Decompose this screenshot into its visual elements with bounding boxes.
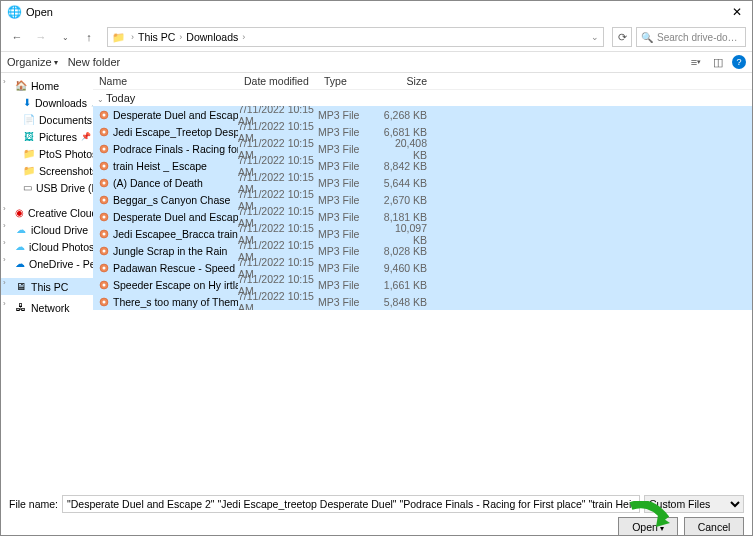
- sidebar-item[interactable]: ⬇Downloads📌: [1, 94, 93, 111]
- organize-button[interactable]: Organize▾: [7, 56, 58, 68]
- chevron-down-icon: ▾: [54, 58, 58, 67]
- svg-point-13: [103, 215, 106, 218]
- chevron-right-icon[interactable]: ›: [3, 299, 6, 308]
- refresh-button[interactable]: ⟳: [612, 27, 632, 47]
- chevron-down-icon: ▾: [660, 524, 664, 533]
- sidebar-item[interactable]: ☁iCloud Photos: [1, 238, 93, 255]
- view-list-button[interactable]: ≡▾: [688, 54, 704, 70]
- network-icon: 🖧: [15, 302, 27, 313]
- chevron-right-icon: ›: [179, 32, 182, 42]
- sidebar-item-network[interactable]: 🖧Network: [1, 299, 93, 316]
- sidebar-item-home[interactable]: 🏠Home: [1, 77, 93, 94]
- help-button[interactable]: ?: [732, 55, 746, 69]
- chevron-down-icon[interactable]: ⌄: [591, 32, 599, 42]
- sidebar-item-thispc[interactable]: 🖥This PC: [1, 278, 93, 295]
- sidebar-item[interactable]: ◉Creative Cloud Files: [1, 204, 93, 221]
- breadcrumb[interactable]: 📁 › This PC › Downloads › ⌄: [107, 27, 604, 47]
- col-size[interactable]: Size: [378, 75, 433, 87]
- filename-input[interactable]: [62, 495, 640, 513]
- table-row[interactable]: Podrace Finals - Racing for First place7…: [93, 140, 752, 157]
- sidebar-item[interactable]: ☁OneDrive - Personal: [1, 255, 93, 272]
- col-date[interactable]: Date modified: [238, 75, 318, 87]
- back-button[interactable]: ←: [7, 27, 27, 47]
- audio-file-icon: [99, 297, 109, 307]
- chevron-right-icon: ›: [131, 32, 134, 42]
- sidebar-item[interactable]: ▭USB Drive (H:)📌: [1, 179, 93, 196]
- sidebar-item-label: USB Drive (H:): [36, 182, 93, 194]
- folder-icon: ▭: [23, 182, 32, 193]
- newfolder-button[interactable]: New folder: [68, 56, 121, 68]
- file-type: MP3 File: [318, 126, 378, 138]
- table-row[interactable]: There_s too many of Them! (BF Horde)7/11…: [93, 293, 752, 310]
- preview-pane-button[interactable]: ◫: [710, 54, 726, 70]
- open-button[interactable]: Open▾: [618, 517, 678, 536]
- app-icon: 🌐: [7, 5, 22, 19]
- file-name: Speeder Escape on Hy irtlan: [113, 279, 238, 291]
- search-placeholder: Search drive-download-2022...: [657, 32, 741, 43]
- audio-file-icon: [99, 144, 109, 154]
- file-size: 8,028 KB: [378, 245, 433, 257]
- file-type: MP3 File: [318, 228, 378, 240]
- svg-point-21: [103, 283, 106, 286]
- chevron-right-icon[interactable]: ›: [3, 204, 6, 213]
- recent-dropdown[interactable]: ⌄: [55, 27, 75, 47]
- file-type: MP3 File: [318, 296, 378, 308]
- cloud-icon: ☁: [15, 224, 27, 235]
- cancel-button[interactable]: Cancel: [684, 517, 744, 536]
- folder-icon: 📄: [23, 114, 35, 125]
- chevron-right-icon[interactable]: ›: [3, 221, 6, 230]
- svg-point-17: [103, 249, 106, 252]
- forward-button[interactable]: →: [31, 27, 51, 47]
- column-headers[interactable]: Name Date modified Type Size: [93, 73, 752, 90]
- folder-icon: 📁: [23, 165, 35, 176]
- chevron-right-icon[interactable]: ›: [3, 77, 6, 86]
- audio-file-icon: [99, 246, 109, 256]
- col-name[interactable]: Name: [93, 75, 238, 87]
- breadcrumb-folder[interactable]: Downloads: [186, 31, 238, 43]
- audio-file-icon: [99, 212, 109, 222]
- sidebar-item-label: Downloads: [35, 97, 87, 109]
- file-size: 9,460 KB: [378, 262, 433, 274]
- table-row[interactable]: Jedi Escapee_Bracca train chase7/11/2022…: [93, 225, 752, 242]
- file-date: 7/11/2022 10:15 AM: [238, 290, 318, 311]
- chevron-right-icon[interactable]: ›: [3, 278, 6, 287]
- svg-point-11: [103, 198, 106, 201]
- sidebar-item[interactable]: 📄Documents📌: [1, 111, 93, 128]
- file-size: 6,268 KB: [378, 109, 433, 121]
- file-name: Jungle Scrap in the Rain: [113, 245, 227, 257]
- search-input[interactable]: 🔍 Search drive-download-2022...: [636, 27, 746, 47]
- table-row[interactable]: Beggar_s Canyon Chase7/11/2022 10:15 AMM…: [93, 191, 752, 208]
- table-row[interactable]: train Heist _ Escape7/11/2022 10:15 AMMP…: [93, 157, 752, 174]
- table-row[interactable]: Speeder Escape on Hy irtlan7/11/2022 10:…: [93, 276, 752, 293]
- sidebar-item[interactable]: 📁Screenshots📌: [1, 162, 93, 179]
- group-header[interactable]: ⌄Today: [93, 90, 752, 106]
- svg-point-9: [103, 181, 106, 184]
- bottom-bar: File name: Custom Files Open▾ Cancel: [1, 491, 752, 535]
- toolbar: Organize▾ New folder ≡▾ ◫ ?: [1, 51, 752, 73]
- sidebar-item-label: OneDrive - Personal: [29, 258, 93, 270]
- col-type[interactable]: Type: [318, 75, 378, 87]
- sidebar-item[interactable]: ☁iCloud Drive: [1, 221, 93, 238]
- sidebar-item-label: Screenshots: [39, 165, 93, 177]
- file-size: 5,848 KB: [378, 296, 433, 308]
- file-name: (A) Dance of Death: [113, 177, 203, 189]
- breadcrumb-root[interactable]: This PC: [138, 31, 175, 43]
- sidebar-item[interactable]: 🖼Pictures📌: [1, 128, 93, 145]
- svg-point-15: [103, 232, 106, 235]
- sidebar-item[interactable]: 📁PtoS Photos📌: [1, 145, 93, 162]
- file-type: MP3 File: [318, 143, 378, 155]
- table-row[interactable]: Jungle Scrap in the Rain7/11/2022 10:15 …: [93, 242, 752, 259]
- table-row[interactable]: (A) Dance of Death7/11/2022 10:15 AMMP3 …: [93, 174, 752, 191]
- filetype-select[interactable]: Custom Files: [644, 495, 744, 513]
- chevron-right-icon[interactable]: ›: [3, 255, 6, 264]
- audio-file-icon: [99, 110, 109, 120]
- table-row[interactable]: Desperate Duel and Escape 27/11/2022 10:…: [93, 106, 752, 123]
- close-icon[interactable]: ✕: [728, 5, 746, 19]
- file-size: 1,661 KB: [378, 279, 433, 291]
- table-row[interactable]: Padawan Rescue - Speed through Kashyy...…: [93, 259, 752, 276]
- up-button[interactable]: ↑: [79, 27, 99, 47]
- pin-icon: 📌: [81, 132, 91, 141]
- svg-point-5: [103, 147, 106, 150]
- chevron-right-icon[interactable]: ›: [3, 238, 6, 247]
- folder-icon: 🖼: [23, 131, 35, 142]
